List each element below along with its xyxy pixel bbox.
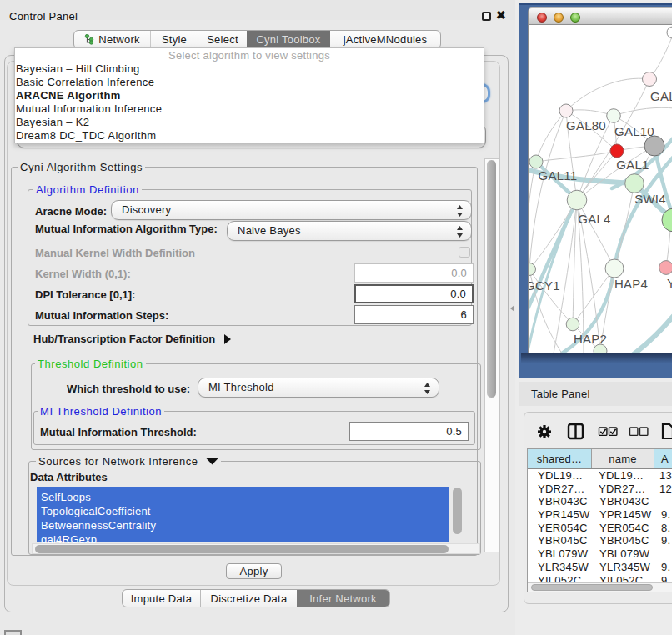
svg-text:GAL11: GAL11 [539,168,578,182]
svg-text:GAL2: GAL2 [650,89,672,103]
svg-text:HAP4: HAP4 [614,277,648,291]
svg-text:SWI4: SWI4 [634,192,666,206]
svg-text:YM: YM [667,276,672,290]
svg-text:GAL80: GAL80 [566,118,606,132]
svg-text:GAL4: GAL4 [578,212,610,226]
svg-text:GCY1: GCY1 [529,278,560,292]
svg-text:HAP2: HAP2 [574,332,607,346]
svg-text:GAL1: GAL1 [616,158,649,172]
svg-text:GAL10: GAL10 [614,124,654,138]
